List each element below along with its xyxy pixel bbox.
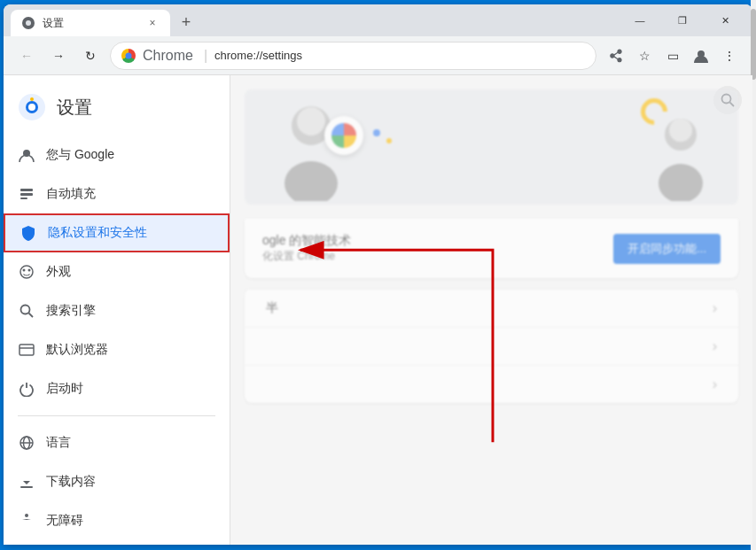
svg-point-10 xyxy=(23,269,26,272)
list-row-2-arrow: › xyxy=(713,338,717,354)
sidebar-item-language[interactable]: 语言 xyxy=(4,423,230,462)
window-controls: — ❐ ✕ xyxy=(620,6,745,35)
sidebar-title: 设置 xyxy=(57,96,92,120)
sidebar-item-google-label: 您与 Google xyxy=(46,147,114,163)
sidebar-item-downloads[interactable]: 下载内容 xyxy=(4,462,230,501)
sidebar-item-google[interactable]: 您与 Google xyxy=(4,136,230,174)
svg-point-28 xyxy=(659,164,703,201)
svg-point-24 xyxy=(297,107,325,136)
menu-button[interactable]: ⋮ xyxy=(717,43,742,68)
list-row-1-text: 半 xyxy=(266,300,713,316)
sidebar-item-downloads-label: 下载内容 xyxy=(46,474,96,490)
nav-separator-1 xyxy=(18,415,215,416)
svg-point-12 xyxy=(21,306,30,314)
sidebar-item-privacy[interactable]: 隐私设置和安全性 xyxy=(4,213,230,252)
nav-bar: ← → ↻ Chrome | chrome://settings ☆ ▭ xyxy=(4,36,752,75)
search-icon xyxy=(18,302,35,320)
content-area: 设置 您与 Google xyxy=(4,75,752,545)
sidebar-item-browser-label: 默认浏览器 xyxy=(46,342,108,358)
sidebar-item-privacy-label: 隐私设置和安全性 xyxy=(48,225,147,241)
sidebar-item-search[interactable]: 搜索引擎 xyxy=(4,291,230,330)
sidebar-header: 设置 xyxy=(4,75,230,132)
download-icon xyxy=(18,473,35,491)
forward-button[interactable]: → xyxy=(46,43,71,68)
tab-favicon xyxy=(21,16,35,30)
sidebar-item-search-label: 搜索引擎 xyxy=(46,303,96,319)
svg-rect-6 xyxy=(20,189,33,191)
list-row-3-arrow: › xyxy=(713,376,717,392)
sidebar-item-appearance-label: 外观 xyxy=(46,264,71,280)
sidebar-item-autofill[interactable]: 自动填充 xyxy=(4,174,230,213)
bookmark-button[interactable]: ☆ xyxy=(632,43,657,68)
tab-close-button[interactable]: × xyxy=(145,16,160,30)
svg-point-11 xyxy=(28,269,31,272)
share-button[interactable] xyxy=(604,43,628,68)
title-bar: 设置 × + — ❐ ✕ xyxy=(4,4,752,36)
list-row-1-arrow: › xyxy=(713,300,717,316)
address-bar[interactable]: Chrome | chrome://settings xyxy=(110,42,596,70)
sidebar-item-system[interactable]: 系统 xyxy=(4,540,230,545)
reading-list-button[interactable]: ▭ xyxy=(660,43,685,68)
tab-bar: 设置 × + xyxy=(11,4,616,36)
browser-window: 设置 × + — ❐ ✕ ← → ↻ Chrome | chrome://set… xyxy=(4,4,752,545)
chrome-settings-logo xyxy=(18,93,46,121)
close-button[interactable]: ✕ xyxy=(705,6,745,35)
back-button[interactable]: ← xyxy=(14,43,39,68)
svg-point-20 xyxy=(25,514,28,517)
sync-button[interactable]: 开启同步功能... xyxy=(613,234,721,264)
palette-icon xyxy=(18,263,35,281)
chrome-logo-icon xyxy=(121,49,136,63)
content-blurred-area: ogle 的智能技术 化设置 Chrome 开启同步功能... 半 › › xyxy=(230,89,752,403)
sidebar-nav: 您与 Google 自动填充 xyxy=(4,132,230,545)
active-tab[interactable]: 设置 × xyxy=(11,10,170,36)
sidebar-item-startup[interactable]: 启动时 xyxy=(4,369,230,408)
globe-icon xyxy=(18,434,35,452)
autofill-icon xyxy=(18,185,35,203)
tab-title: 设置 xyxy=(43,16,138,31)
svg-point-25 xyxy=(284,161,338,201)
accessibility-icon xyxy=(18,512,35,530)
svg-point-1 xyxy=(26,20,31,26)
browser-icon xyxy=(18,341,35,359)
address-separator: | xyxy=(204,48,207,64)
sidebar: 设置 您与 Google xyxy=(4,75,230,545)
svg-rect-19 xyxy=(20,486,33,488)
address-favicon xyxy=(121,49,136,63)
svg-rect-7 xyxy=(20,193,33,196)
list-row-3[interactable]: › xyxy=(245,365,738,403)
restore-button[interactable]: ❐ xyxy=(662,6,703,35)
profile-button[interactable] xyxy=(689,43,713,68)
list-row-2[interactable]: › xyxy=(245,327,738,365)
sidebar-item-accessibility-label: 无障碍 xyxy=(46,513,83,529)
reload-button[interactable]: ↻ xyxy=(78,43,103,68)
address-url: chrome://settings xyxy=(214,49,585,62)
sidebar-item-browser[interactable]: 默认浏览器 xyxy=(4,330,230,369)
sidebar-item-accessibility[interactable]: 无障碍 xyxy=(4,501,230,540)
sidebar-item-startup-label: 启动时 xyxy=(46,381,83,397)
svg-line-13 xyxy=(29,314,34,318)
sidebar-item-appearance[interactable]: 外观 xyxy=(4,252,230,291)
minimize-button[interactable]: — xyxy=(620,6,660,35)
list-row-1[interactable]: 半 › xyxy=(245,289,738,327)
main-content: ogle 的智能技术 化设置 Chrome 开启同步功能... 半 › › xyxy=(230,75,752,545)
svg-point-27 xyxy=(669,119,692,142)
person-icon xyxy=(18,146,35,164)
sidebar-item-autofill-label: 自动填充 xyxy=(46,186,96,202)
svg-rect-4 xyxy=(30,97,34,101)
address-brand: Chrome xyxy=(143,48,193,64)
svg-rect-14 xyxy=(19,345,34,355)
nav-actions: ☆ ▭ ⋮ xyxy=(604,43,742,68)
svg-rect-8 xyxy=(20,198,27,199)
svg-point-9 xyxy=(20,266,33,278)
sync-title: ogle 的智能技术 xyxy=(262,233,351,249)
new-tab-button[interactable]: + xyxy=(174,10,199,35)
shield-icon xyxy=(19,224,37,242)
sidebar-item-language-label: 语言 xyxy=(46,435,71,451)
power-icon xyxy=(18,380,35,398)
sync-subtitle: 化设置 Chrome xyxy=(262,249,351,264)
